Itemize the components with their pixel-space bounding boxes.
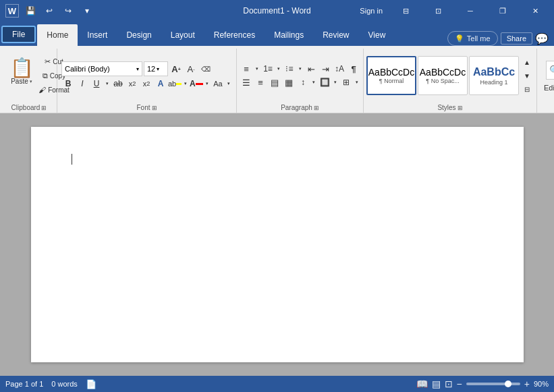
tab-file[interactable]: File bbox=[1, 26, 36, 43]
style-normal[interactable]: AaBbCcDc ¶ Normal bbox=[366, 56, 416, 95]
case-change-btn[interactable]: Aa bbox=[211, 78, 225, 90]
clear-format-btn[interactable]: ⌫ bbox=[199, 63, 213, 75]
bold-btn[interactable]: B bbox=[61, 78, 75, 90]
styles-expand[interactable]: ⊟ bbox=[520, 83, 534, 95]
text-effect-btn[interactable]: A bbox=[154, 78, 167, 90]
shading-arrow[interactable]: ▾ bbox=[332, 76, 339, 88]
zoom-slider[interactable] bbox=[466, 383, 520, 385]
strikethrough-btn[interactable]: ab bbox=[111, 78, 125, 90]
underline-btn[interactable]: U bbox=[90, 78, 103, 90]
font-expand-icon[interactable]: ⊞ bbox=[152, 105, 157, 111]
superscript-btn[interactable]: x2 bbox=[140, 78, 153, 90]
line-spacing-btn[interactable]: ↕ bbox=[296, 76, 310, 88]
close-btn[interactable]: ✕ bbox=[522, 0, 549, 22]
clipboard-sub-btns: ✂ Cut ⧉ Copy 🖌 Format bbox=[40, 55, 54, 96]
search-btn[interactable]: 🔍 bbox=[546, 61, 554, 80]
multilevel-arrow[interactable]: ▾ bbox=[297, 63, 304, 75]
subscript-btn[interactable]: x2 bbox=[126, 78, 139, 90]
layout-icon[interactable]: ⊟ bbox=[392, 0, 419, 22]
restore-btn[interactable]: ❐ bbox=[489, 0, 516, 22]
styles-scroll-up[interactable]: ▲ bbox=[520, 56, 534, 68]
tab-insert[interactable]: Insert bbox=[78, 24, 117, 46]
editing-label: Editing bbox=[544, 84, 554, 92]
sort-btn[interactable]: ↕A bbox=[333, 63, 346, 75]
increase-font-btn[interactable]: A+ bbox=[169, 63, 183, 75]
zoom-minus-btn[interactable]: − bbox=[457, 379, 462, 389]
case-change-arrow[interactable]: ▾ bbox=[225, 78, 232, 90]
title-bar-right: Sign in ⊟ ⊡ ─ ❐ ✕ bbox=[356, 0, 549, 22]
multilevel-btn[interactable]: ⁝≡ bbox=[283, 63, 296, 75]
view-web-btn[interactable]: ⊡ bbox=[445, 379, 453, 389]
share-btn[interactable]: Share bbox=[501, 32, 532, 45]
borders-arrow[interactable]: ▾ bbox=[354, 76, 360, 88]
align-left-btn[interactable]: ☰ bbox=[240, 76, 253, 88]
tab-references[interactable]: References bbox=[204, 24, 265, 46]
style-heading1[interactable]: AaBbCc Heading 1 bbox=[469, 56, 519, 95]
clipboard-expand-icon[interactable]: ⊞ bbox=[41, 105, 47, 111]
words-status[interactable]: 0 words bbox=[51, 380, 78, 388]
numbering-arrow[interactable]: ▾ bbox=[275, 63, 282, 75]
tab-mailings[interactable]: Mailings bbox=[265, 24, 313, 46]
tab-home[interactable]: Home bbox=[37, 24, 78, 46]
bullets-arrow[interactable]: ▾ bbox=[254, 63, 260, 75]
italic-btn[interactable]: I bbox=[76, 78, 89, 90]
app-icon: W bbox=[5, 4, 19, 18]
numbering-btn[interactable]: 1≡ bbox=[261, 63, 275, 75]
paragraph-group-content: ≡ ▾ 1≡ ▾ ⁝≡ ▾ ⇤ ⇥ ↕A ¶ ☰ ≡ bbox=[240, 49, 360, 103]
show-marks-btn[interactable]: ¶ bbox=[347, 63, 360, 75]
quick-access-dropdown[interactable]: ▾ bbox=[80, 3, 94, 18]
align-center-btn[interactable]: ≡ bbox=[254, 76, 267, 88]
comment-btn[interactable]: 💬 bbox=[535, 32, 549, 45]
paste-btn[interactable]: 📋 Paste ▾ bbox=[4, 57, 39, 94]
font-color-btn[interactable]: A bbox=[190, 78, 203, 90]
bullets-btn[interactable]: ≡ bbox=[240, 63, 253, 75]
sign-in-btn[interactable]: Sign in bbox=[356, 5, 387, 16]
font-size-dropdown[interactable]: 12 ▾ bbox=[144, 61, 168, 76]
minimize-btn[interactable]: ─ bbox=[457, 0, 484, 22]
justify-btn[interactable]: ▦ bbox=[282, 76, 296, 88]
proofing-btn[interactable]: 📄 bbox=[86, 379, 96, 389]
para-row1: ≡ ▾ 1≡ ▾ ⁝≡ ▾ ⇤ ⇥ ↕A ¶ bbox=[240, 63, 360, 75]
ribbon-right: 💡 Tell me Share 💬 bbox=[447, 31, 554, 46]
zoom-percent[interactable]: 90% bbox=[534, 380, 549, 388]
tell-me-box[interactable]: 💡 Tell me bbox=[447, 31, 498, 46]
zoom-plus-btn[interactable]: + bbox=[524, 379, 530, 389]
view-read-btn[interactable]: 📖 bbox=[416, 379, 428, 389]
copy-icon: ⧉ bbox=[43, 72, 48, 80]
doc-page[interactable] bbox=[31, 127, 524, 362]
style-normal-label: ¶ Normal bbox=[379, 78, 404, 84]
decrease-font-btn[interactable]: A- bbox=[184, 63, 198, 75]
cut-icon: ✂ bbox=[45, 57, 51, 66]
highlight-arrow[interactable]: ▾ bbox=[182, 78, 189, 90]
font-color-arrow[interactable]: ▾ bbox=[204, 78, 211, 90]
shading-btn[interactable]: 🔲 bbox=[318, 76, 331, 88]
styles-expand-icon[interactable]: ⊞ bbox=[458, 105, 463, 111]
borders-btn[interactable]: ⊞ bbox=[339, 76, 353, 88]
align-right-btn[interactable]: ▤ bbox=[268, 76, 281, 88]
underline-arrow[interactable]: ▾ bbox=[104, 78, 111, 90]
tab-view[interactable]: View bbox=[359, 24, 395, 46]
tell-me-label: Tell me bbox=[467, 34, 491, 43]
page-status[interactable]: Page 1 of 1 bbox=[5, 380, 43, 388]
undo-quick-btn[interactable]: ↩ bbox=[42, 3, 57, 18]
view-print-btn[interactable]: ▤ bbox=[432, 379, 441, 389]
font-name-dropdown[interactable]: Calibri (Body) ▾ bbox=[61, 61, 142, 76]
screen-icon[interactable]: ⊡ bbox=[424, 0, 451, 22]
tab-design[interactable]: Design bbox=[117, 24, 161, 46]
style-no-spacing[interactable]: AaBbCcDc ¶ No Spac... bbox=[418, 56, 468, 95]
increase-indent-btn[interactable]: ⇥ bbox=[318, 63, 332, 75]
decrease-indent-btn[interactable]: ⇤ bbox=[304, 63, 318, 75]
paragraph-expand-icon[interactable]: ⊞ bbox=[314, 105, 319, 111]
font-group: Calibri (Body) ▾ 12 ▾ A+ A- ⌫ B bbox=[57, 49, 237, 113]
redo-quick-btn[interactable]: ↪ bbox=[61, 3, 76, 18]
style-heading1-preview: AaBbCc bbox=[473, 65, 515, 78]
styles-scroll-down[interactable]: ▼ bbox=[520, 69, 534, 82]
tab-review[interactable]: Review bbox=[313, 24, 358, 46]
title-bar-left: W 💾 ↩ ↪ ▾ bbox=[5, 3, 94, 18]
tab-layout[interactable]: Layout bbox=[161, 24, 204, 46]
page-status-label: Page 1 of 1 bbox=[5, 380, 43, 388]
save-quick-btn[interactable]: 💾 bbox=[23, 3, 38, 18]
line-spacing-arrow[interactable]: ▾ bbox=[310, 76, 317, 88]
highlight-btn[interactable]: ab bbox=[168, 78, 182, 90]
zoom-thumb[interactable] bbox=[505, 381, 511, 387]
